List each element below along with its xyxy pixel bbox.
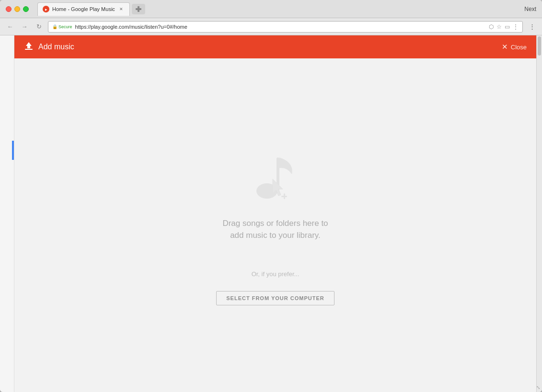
tab-title: Home - Google Play Music bbox=[52, 6, 115, 12]
bookmark-icon[interactable]: ☆ bbox=[496, 23, 502, 30]
add-music-modal: Add music ✕ Close bbox=[14, 35, 536, 392]
resize-corner-icon: ⤡ bbox=[536, 385, 540, 390]
tab-favicon bbox=[43, 6, 49, 12]
title-bar: Home - Google Play Music ✕ Next bbox=[0, 0, 542, 18]
modal-body: Drag songs or folders here to add music … bbox=[14, 58, 536, 392]
modal-title: Add music bbox=[38, 43, 502, 51]
address-field[interactable]: Secure https://play.google.com/music/lis… bbox=[48, 21, 523, 33]
close-label: Close bbox=[511, 44, 527, 51]
maximize-window-button[interactable] bbox=[23, 6, 29, 12]
select-from-computer-button[interactable]: SELECT FROM YOUR COMPUTER bbox=[216, 291, 334, 305]
address-bar-icons: ⬡ ☆ ▭ ⋮ bbox=[489, 23, 519, 30]
traffic-lights bbox=[6, 6, 29, 12]
drag-drop-text: Drag songs or folders here to add music … bbox=[222, 217, 328, 242]
cast-screen-icon[interactable]: ▭ bbox=[505, 23, 510, 30]
address-bar: ← → ↻ Secure https://play.google.com/mus… bbox=[0, 18, 542, 35]
browser-window: Home - Google Play Music ✕ Next ← → ↻ Se… bbox=[0, 0, 542, 392]
sidebar-accent bbox=[12, 141, 14, 160]
or-prefer-label: Or, if you prefer... bbox=[252, 270, 300, 278]
next-label[interactable]: Next bbox=[524, 6, 536, 12]
new-tab-button[interactable] bbox=[132, 4, 145, 14]
new-tab-icon bbox=[136, 6, 141, 12]
main-panel: Add music ✕ Close bbox=[14, 35, 536, 392]
forward-button[interactable]: → bbox=[19, 22, 30, 32]
svg-rect-2 bbox=[25, 49, 33, 50]
music-icon-container bbox=[246, 146, 304, 208]
modal-close-button[interactable]: ✕ Close bbox=[502, 43, 527, 51]
tab-bar: Home - Google Play Music ✕ bbox=[37, 2, 520, 16]
refresh-button[interactable]: ↻ bbox=[34, 22, 44, 32]
svg-rect-8 bbox=[284, 193, 285, 199]
svg-marker-3 bbox=[26, 42, 32, 48]
scrollbar[interactable] bbox=[536, 35, 542, 392]
upload-icon bbox=[24, 41, 34, 53]
modal-header: Add music ✕ Close bbox=[14, 35, 536, 58]
cast-icon[interactable]: ⬡ bbox=[489, 23, 494, 30]
active-tab[interactable]: Home - Google Play Music ✕ bbox=[37, 2, 130, 16]
scrollbar-thumb[interactable] bbox=[538, 36, 541, 56]
music-note-icon bbox=[249, 148, 301, 205]
content-area: Add music ✕ Close bbox=[0, 35, 542, 392]
minimize-window-button[interactable] bbox=[14, 6, 20, 12]
back-button[interactable]: ← bbox=[5, 22, 15, 32]
tab-close-button[interactable]: ✕ bbox=[118, 6, 125, 12]
secure-badge: Secure bbox=[52, 24, 72, 29]
close-x-icon: ✕ bbox=[502, 43, 508, 51]
more-tools-icon[interactable]: ⋮ bbox=[513, 23, 519, 30]
drop-zone: Drag songs or folders here to add music … bbox=[216, 146, 334, 305]
close-window-button[interactable] bbox=[6, 6, 12, 12]
browser-toolbar-icons: ⋮ bbox=[527, 22, 537, 32]
svg-rect-1 bbox=[136, 8, 141, 10]
menu-button[interactable]: ⋮ bbox=[527, 22, 537, 32]
sidebar bbox=[0, 35, 14, 392]
url-display: https://play.google.com/music/listen?u=0… bbox=[75, 24, 486, 30]
